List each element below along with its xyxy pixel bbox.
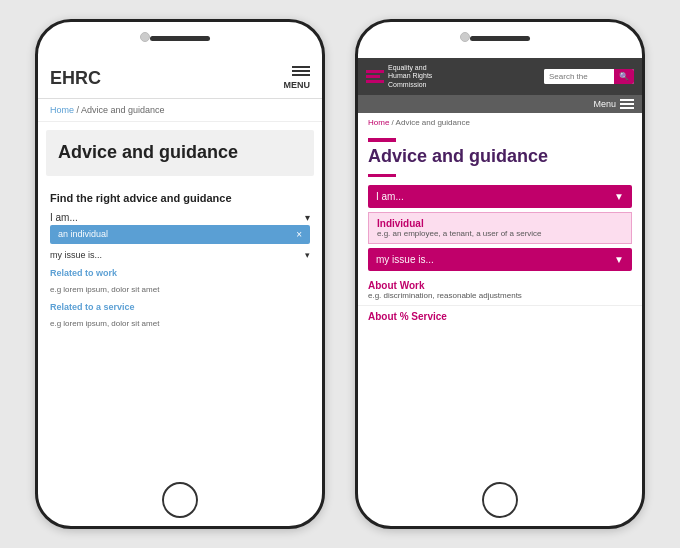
phone-2-dropdown-2[interactable]: my issue is... ▼ [368, 248, 632, 271]
phone-2-option-desc: e.g. an employee, a tenant, a user of a … [377, 229, 623, 238]
phone-1-link-1[interactable]: Related to work [50, 268, 310, 278]
phone-2-link-1-desc: e.g. discrimination, reasonable adjustme… [368, 291, 632, 300]
phone-2-screen: Equality and Human Rights Commission 🔍 M… [358, 58, 642, 472]
menu-line-3 [292, 74, 310, 76]
phone-2-logo-bar-3 [366, 80, 384, 83]
phone-2-search-box[interactable]: 🔍 [544, 69, 634, 84]
phone-2: Equality and Human Rights Commission 🔍 M… [355, 19, 645, 529]
phone-2-dropdown-1[interactable]: I am... ▼ [368, 185, 632, 208]
phone-2-link-item-1: About Work e.g. discrimination, reasonab… [358, 275, 642, 305]
menu-line-1 [292, 66, 310, 68]
phone-1-menu-label: MENU [284, 80, 311, 90]
phone-1-title-block: Advice and guidance [46, 130, 314, 176]
phone-2-search-input[interactable] [544, 69, 614, 84]
phone-2-dropdown-2-arrow: ▼ [614, 254, 624, 265]
phone-2-home-button[interactable] [482, 482, 518, 518]
phone-2-logo-line1: Equality and [388, 64, 432, 72]
phone-1-breadcrumb-home[interactable]: Home [50, 105, 74, 115]
phone-1-home-button[interactable] [162, 482, 198, 518]
phone-2-header: Equality and Human Rights Commission 🔍 [358, 58, 642, 95]
phone-2-logo-line3: Commission [388, 81, 432, 89]
phone-2-dropdown-1-label: I am... [376, 191, 404, 202]
phone-1-dropdown-2-label: my issue is... [50, 250, 102, 260]
phone-2-accent-bar-2 [368, 174, 396, 177]
phone-2-breadcrumb-current: Advice and guidance [396, 118, 470, 127]
phone-1-dropdown-1[interactable]: I am... ▾ an individual × [50, 212, 310, 244]
phone-2-logo-line2: Human Rights [388, 72, 432, 80]
phone-2-logo-bars [366, 70, 384, 83]
phone-2-breadcrumb: Home / Advice and guidance [358, 113, 642, 132]
phone-1-logo: EHRC [50, 68, 101, 89]
phone-2-logo-block: Equality and Human Rights Commission [366, 64, 432, 89]
phone-2-menu-line-3 [620, 107, 634, 109]
phone-2-menu-label: Menu [593, 99, 616, 109]
phone-1-menu-icon [292, 66, 310, 76]
phone-2-search-button[interactable]: 🔍 [614, 69, 634, 84]
phone-1-links-section: Related to work e.g lorem ipsum, dolor s… [38, 262, 322, 342]
phone-1-dropdown-1-label: I am... ▾ [50, 212, 310, 223]
phone-2-link-2-title[interactable]: About % Service [368, 311, 632, 322]
phone-2-link-1-title[interactable]: About Work [368, 280, 632, 291]
phone-2-link-item-2: About % Service [358, 305, 642, 327]
phone-1: EHRC MENU Home / Advice and guidance [35, 19, 325, 529]
phone-1-link-2[interactable]: Related to a service [50, 302, 310, 312]
phone-1-screen: EHRC MENU Home / Advice and guidance [38, 58, 322, 472]
phone-1-breadcrumb: Home / Advice and guidance [38, 99, 322, 122]
phone-2-page-title: Advice and guidance [358, 146, 642, 168]
phone-2-logo-bar-1 [366, 70, 384, 73]
phone-2-option-block: Individual e.g. an employee, a tenant, a… [368, 212, 632, 244]
phone-2-logo-bar-2 [366, 75, 380, 78]
phone-2-option-title: Individual [377, 218, 623, 229]
phone-1-selected-tag[interactable]: an individual × [50, 225, 310, 244]
phone-1-dropdown-2-arrow: ▾ [305, 250, 310, 260]
phone-2-accent-bar [368, 138, 396, 142]
phone-2-menu-line-2 [620, 103, 634, 105]
phones-container: EHRC MENU Home / Advice and guidance [15, 0, 665, 548]
phone-2-logo-text: Equality and Human Rights Commission [388, 64, 432, 89]
phone-1-dropdown-2[interactable]: my issue is... ▾ [50, 250, 310, 260]
phone-2-dropdown-1-arrow: ▼ [614, 191, 624, 202]
menu-line-2 [292, 70, 310, 72]
phone-1-camera [140, 32, 150, 42]
phone-1-tag-text: an individual [58, 229, 108, 239]
phone-2-camera [460, 32, 470, 42]
phone-1-menu-button[interactable]: MENU [284, 66, 311, 90]
phone-1-breadcrumb-separator: / [77, 105, 80, 115]
phone-1-breadcrumb-current: Advice and guidance [81, 105, 165, 115]
phone-1-link-2-desc: e.g lorem ipsum, dolor sit amet [50, 319, 159, 328]
phone-1-header: EHRC MENU [38, 58, 322, 99]
phone-1-link-1-desc: e.g lorem ipsum, dolor sit amet [50, 285, 159, 294]
phone-1-dropdown-1-arrow: ▾ [305, 212, 310, 223]
search-icon: 🔍 [619, 72, 629, 81]
phone-1-link-group-1: Related to work e.g lorem ipsum, dolor s… [50, 268, 310, 296]
phone-2-nav-bar: Menu [358, 95, 642, 113]
phone-2-breadcrumb-home[interactable]: Home [368, 118, 389, 127]
phone-2-menu-icon[interactable] [620, 99, 634, 109]
phone-1-section-title: Find the right advice and guidance [38, 184, 322, 208]
phone-1-page-title: Advice and guidance [58, 142, 302, 164]
phone-2-menu-line-1 [620, 99, 634, 101]
phone-1-tag-close[interactable]: × [296, 229, 302, 240]
phone-2-dropdown-2-label: my issue is... [376, 254, 434, 265]
phone-1-link-group-2: Related to a service e.g lorem ipsum, do… [50, 302, 310, 330]
